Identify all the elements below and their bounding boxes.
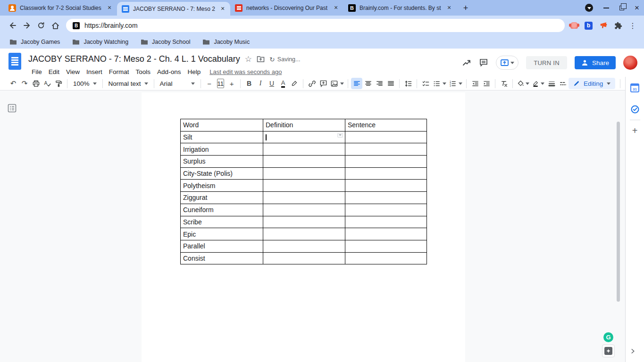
spellcheck-button[interactable]: A bbox=[42, 78, 53, 89]
redo-button[interactable]: ↷ bbox=[19, 78, 30, 89]
word-cell[interactable]: City-State (Polis) bbox=[181, 167, 263, 180]
definition-cell[interactable] bbox=[263, 228, 345, 240]
address-bar[interactable]: B https://brainly.com bbox=[66, 19, 565, 32]
justify-button[interactable] bbox=[385, 78, 396, 89]
sentence-cell[interactable] bbox=[345, 192, 427, 204]
border-color-button[interactable] bbox=[531, 78, 546, 89]
document-outline-button[interactable] bbox=[7, 103, 17, 113]
document-page[interactable]: Word Definition Sentence Silt Irrigation… bbox=[142, 92, 465, 362]
word-cell[interactable]: Scribe bbox=[181, 216, 263, 228]
insert-link-button[interactable] bbox=[306, 78, 318, 89]
turn-in-button[interactable]: TURN IN bbox=[526, 56, 567, 69]
line-spacing-button[interactable] bbox=[402, 78, 414, 89]
definition-cell[interactable] bbox=[263, 167, 345, 180]
tab-close-icon[interactable]: × bbox=[106, 4, 113, 12]
megaphone-extension-icon[interactable] bbox=[599, 21, 608, 30]
sentence-cell[interactable] bbox=[345, 240, 427, 252]
tab-close-icon[interactable]: × bbox=[219, 5, 226, 13]
bulleted-list-button[interactable] bbox=[431, 78, 447, 89]
google-docs-logo[interactable] bbox=[8, 53, 21, 70]
sentence-cell[interactable] bbox=[345, 167, 427, 180]
increase-font-size-button[interactable]: + bbox=[226, 78, 237, 89]
align-right-button[interactable] bbox=[374, 78, 385, 89]
editing-mode-select[interactable]: Editing bbox=[569, 78, 615, 89]
checklist-button[interactable] bbox=[420, 78, 431, 89]
definition-cell[interactable] bbox=[263, 204, 345, 216]
align-left-button[interactable] bbox=[351, 78, 362, 89]
tab-brainly[interactable]: B Brainly.com - For students. By st × bbox=[343, 0, 457, 16]
sentence-cell[interactable] bbox=[345, 204, 427, 216]
sentence-cell[interactable] bbox=[345, 228, 427, 240]
highlight-color-button[interactable] bbox=[289, 78, 300, 89]
bold-button[interactable]: B bbox=[243, 78, 255, 89]
word-cell[interactable]: Polytheism bbox=[181, 180, 263, 192]
sentence-cell[interactable] bbox=[345, 252, 427, 264]
sentence-cell[interactable] bbox=[345, 180, 427, 192]
star-icon[interactable]: ☆ bbox=[245, 54, 252, 64]
menu-file[interactable]: File bbox=[28, 67, 45, 76]
sentence-cell[interactable] bbox=[345, 131, 427, 143]
font-size-input[interactable]: 11 bbox=[217, 79, 225, 88]
bookmark-jacoby-music[interactable]: Jacoby Music bbox=[202, 39, 250, 45]
last-edit-link[interactable]: Last edit was seconds ago bbox=[209, 68, 282, 75]
explore-button[interactable] bbox=[602, 345, 615, 357]
zoom-select[interactable]: 100% bbox=[70, 78, 100, 89]
text-color-button[interactable]: A bbox=[277, 78, 289, 89]
tab-close-icon[interactable]: × bbox=[445, 4, 453, 12]
print-button[interactable] bbox=[30, 78, 42, 89]
paragraph-style-select[interactable]: Normal text bbox=[106, 78, 151, 89]
italic-button[interactable]: I bbox=[255, 78, 266, 89]
align-center-button[interactable] bbox=[362, 78, 374, 89]
get-addons-button[interactable]: + bbox=[632, 126, 638, 135]
tab-search-icon[interactable] bbox=[585, 4, 593, 12]
menu-tools[interactable]: Tools bbox=[133, 67, 154, 76]
google-calendar-icon[interactable]: 31 bbox=[630, 83, 639, 92]
back-icon[interactable] bbox=[6, 18, 20, 33]
increase-indent-button[interactable] bbox=[481, 78, 492, 89]
header-word[interactable]: Word bbox=[181, 119, 263, 132]
window-close-button[interactable]: × bbox=[635, 4, 639, 12]
numbered-list-button[interactable]: 123 bbox=[447, 78, 463, 89]
extensions-puzzle-icon[interactable] bbox=[614, 22, 622, 30]
tab-close-icon[interactable]: × bbox=[332, 4, 340, 12]
url-text[interactable]: https://brainly.com bbox=[84, 22, 138, 29]
insert-image-button[interactable] bbox=[329, 78, 345, 89]
home-icon[interactable] bbox=[48, 18, 62, 33]
border-width-button[interactable] bbox=[546, 78, 557, 89]
definition-cell[interactable] bbox=[263, 143, 345, 156]
menu-insert[interactable]: Insert bbox=[83, 67, 106, 76]
underline-button[interactable]: U bbox=[266, 78, 277, 89]
definition-cell[interactable] bbox=[263, 192, 345, 204]
word-cell[interactable]: Epic bbox=[181, 228, 263, 240]
bookmark-jacoby-school[interactable]: Jacoby School bbox=[141, 39, 190, 45]
comment-icon[interactable] bbox=[479, 58, 488, 67]
vertical-scrollbar[interactable] bbox=[617, 122, 620, 302]
paint-format-button[interactable] bbox=[53, 78, 64, 89]
forward-icon[interactable] bbox=[20, 18, 34, 33]
bookmark-jacoby-games[interactable]: Jacoby Games bbox=[9, 39, 60, 45]
show-side-panel-chevron[interactable] bbox=[629, 347, 636, 355]
word-cell[interactable]: Surplus bbox=[181, 156, 263, 168]
menu-addons[interactable]: Add-ons bbox=[154, 67, 184, 76]
reload-icon[interactable] bbox=[34, 18, 48, 33]
definition-cell[interactable] bbox=[263, 216, 345, 228]
fill-color-button[interactable] bbox=[516, 78, 531, 89]
border-dash-button[interactable] bbox=[557, 78, 569, 89]
tab-google-docs[interactable]: JACOBY SERRANO - 7: Meso 2 - C × bbox=[117, 2, 230, 16]
cell-dropdown-chip[interactable] bbox=[337, 133, 343, 138]
decrease-indent-button[interactable] bbox=[469, 78, 481, 89]
word-cell[interactable]: Parallel bbox=[181, 240, 263, 252]
tab-networks[interactable]: networks - Discovering Our Past × bbox=[230, 0, 343, 16]
sentence-cell[interactable] bbox=[345, 143, 427, 156]
word-cell[interactable]: Consist bbox=[181, 252, 263, 264]
google-tasks-icon[interactable] bbox=[630, 105, 640, 114]
word-cell[interactable]: Cuneiform bbox=[181, 204, 263, 216]
sentence-cell[interactable] bbox=[345, 216, 427, 228]
tab-classwork[interactable]: Classwork for 7-2 Social Studies × bbox=[4, 0, 117, 16]
undo-button[interactable]: ↶ bbox=[8, 78, 19, 89]
menu-help[interactable]: Help bbox=[184, 67, 204, 76]
browser-menu-icon[interactable]: ⋮ bbox=[629, 21, 636, 30]
word-cell[interactable]: Irrigation bbox=[181, 143, 263, 156]
decrease-font-size-button[interactable]: − bbox=[204, 78, 215, 89]
minimize-button[interactable] bbox=[603, 8, 609, 8]
